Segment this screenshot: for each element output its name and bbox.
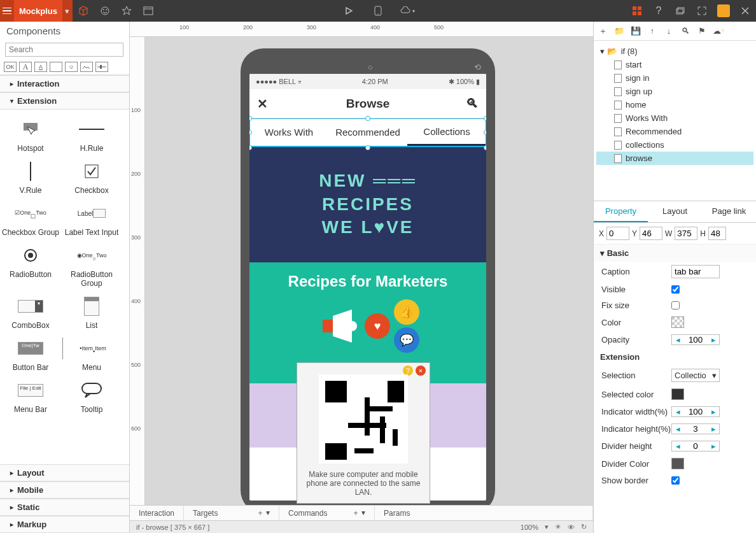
- help-icon[interactable]: ?: [648, 0, 669, 22]
- gift-icon[interactable]: [713, 0, 734, 22]
- tree-page-start[interactable]: start: [596, 58, 753, 71]
- smile-icon[interactable]: [94, 0, 116, 22]
- ruler-vertical[interactable]: 100200300400500600: [130, 37, 145, 505]
- comp-combobox[interactable]: ▾ComboBox: [0, 292, 61, 334]
- btm-targets[interactable]: Targets＋ ▾: [184, 506, 279, 520]
- comp-tooltip[interactable]: Tooltip: [61, 376, 122, 418]
- indicator-width-stepper[interactable]: ◂▸: [671, 406, 720, 417]
- brightness-icon[interactable]: ☀: [555, 523, 561, 531]
- section-extension[interactable]: Extension: [594, 348, 756, 366]
- color-swatch[interactable]: [671, 316, 684, 328]
- btm-params[interactable]: Params: [375, 506, 593, 520]
- window-icon[interactable]: [137, 0, 159, 22]
- flag-icon[interactable]: ⚑: [697, 26, 707, 36]
- comp-checkbox-group[interactable]: ☑ One☐ TwoCheckbox Group: [0, 199, 61, 241]
- text-a-icon[interactable]: A: [19, 62, 32, 72]
- play-icon[interactable]: [338, 0, 360, 22]
- tree-page-signin[interactable]: sign in: [596, 71, 753, 85]
- tree-page-collections[interactable]: collections: [596, 138, 753, 152]
- smile-box-icon[interactable]: ☺: [65, 62, 78, 72]
- fullscreen-icon[interactable]: [691, 0, 713, 22]
- cloud-icon[interactable]: ▾: [396, 0, 418, 22]
- comp-list[interactable]: List: [61, 292, 122, 334]
- comp-hrule[interactable]: H.Rule: [61, 115, 122, 157]
- tab-collections[interactable]: Collections: [407, 118, 486, 146]
- showborder-checkbox[interactable]: [671, 476, 680, 485]
- comp-button-bar[interactable]: One|TwButton Bar: [0, 334, 61, 376]
- search-input[interactable]: [5, 43, 123, 57]
- rect-icon[interactable]: [50, 62, 62, 72]
- cat-static[interactable]: Static: [0, 499, 129, 516]
- reset-icon[interactable]: ↻: [581, 523, 587, 531]
- comp-checkbox[interactable]: Checkbox: [61, 157, 122, 199]
- comp-vrule[interactable]: V.Rule: [0, 157, 61, 199]
- eye-icon[interactable]: 👁: [568, 523, 575, 531]
- tree-page-home[interactable]: home: [596, 98, 753, 111]
- cat-markup[interactable]: Markup: [0, 516, 129, 533]
- comp-label-text-input[interactable]: Label Label Text Input: [61, 199, 122, 241]
- selection-handle[interactable]: [484, 116, 486, 121]
- coord-w[interactable]: [675, 227, 697, 240]
- folder-icon[interactable]: 📁: [614, 26, 624, 36]
- tab-property[interactable]: Property: [594, 201, 648, 222]
- star-icon[interactable]: [116, 0, 137, 22]
- caption-input[interactable]: [671, 265, 720, 278]
- qr-close-icon[interactable]: ×: [416, 366, 426, 376]
- tab-works-with[interactable]: Works With: [249, 118, 328, 146]
- slider-box-icon[interactable]: [95, 62, 108, 72]
- tab-bar-component[interactable]: Works With Recommended Collections: [249, 118, 486, 146]
- tree-page-recommended[interactable]: Recommended: [596, 125, 753, 138]
- up-icon[interactable]: ↑: [647, 26, 657, 36]
- save-icon[interactable]: 💾: [631, 26, 641, 36]
- comp-radiobutton-group[interactable]: ◉ One○ TwoRadioButton Group: [61, 241, 122, 292]
- ok-badge-icon[interactable]: OK: [4, 62, 17, 72]
- selection-handle[interactable]: [484, 145, 486, 150]
- fixsize-checkbox[interactable]: [671, 301, 680, 309]
- selcolor-swatch[interactable]: [671, 388, 684, 400]
- device-icon[interactable]: [367, 0, 389, 22]
- tree-page-signup[interactable]: sign up: [596, 85, 753, 98]
- coord-y[interactable]: [640, 227, 662, 240]
- coord-h[interactable]: [708, 227, 726, 240]
- tab-recommended[interactable]: Recommended: [328, 118, 407, 146]
- section-basic[interactable]: ▾ Basic: [594, 245, 756, 262]
- close-icon[interactable]: [734, 0, 756, 22]
- zoom-value[interactable]: 100%: [521, 523, 538, 531]
- btm-commands[interactable]: Commands＋ ▾: [279, 506, 375, 520]
- cat-extension[interactable]: Extension: [0, 92, 129, 110]
- cat-mobile[interactable]: Mobile: [0, 481, 129, 499]
- indicator-height-stepper[interactable]: ◂▸: [671, 423, 720, 434]
- coord-x[interactable]: [606, 227, 629, 240]
- tab-pagelink[interactable]: Page link: [702, 201, 756, 222]
- grid-icon[interactable]: [626, 0, 648, 22]
- ruler-horizontal[interactable]: 100200300400500: [130, 22, 593, 37]
- opacity-stepper[interactable]: ◂▸: [671, 334, 720, 345]
- add-page-icon[interactable]: ＋: [598, 26, 608, 36]
- divcolor-swatch[interactable]: [671, 458, 684, 469]
- selection-handle[interactable]: [484, 130, 486, 135]
- brand-dropdown[interactable]: ▾: [62, 0, 73, 22]
- divider-height-stepper[interactable]: ◂▸: [671, 441, 720, 451]
- selection-handle[interactable]: [365, 116, 370, 121]
- restore-icon[interactable]: [669, 0, 691, 22]
- tab-layout[interactable]: Layout: [648, 201, 702, 222]
- cube-icon[interactable]: [73, 0, 94, 22]
- comp-menu-bar[interactable]: File | EditMenu Bar: [0, 376, 61, 418]
- tree-page-browse[interactable]: browse: [596, 152, 753, 165]
- visible-checkbox[interactable]: [671, 285, 680, 294]
- comp-radiobutton[interactable]: RadioButton: [0, 241, 61, 292]
- rotate-icon[interactable]: ⟲: [474, 62, 481, 72]
- tree-root[interactable]: ▾ 📂 if (8): [596, 45, 753, 58]
- tree-page-workswith[interactable]: Works With: [596, 111, 753, 125]
- underline-a-icon[interactable]: A: [34, 62, 47, 72]
- comp-hotspot[interactable]: Hotspot: [0, 115, 61, 157]
- search-pages-icon[interactable]: 🔍︎: [680, 26, 690, 36]
- search-icon[interactable]: 🔍︎: [466, 96, 479, 111]
- comp-menu[interactable]: • Item• ItemMenu: [61, 334, 122, 376]
- cat-layout[interactable]: Layout: [0, 464, 129, 481]
- btm-interaction[interactable]: Interaction: [130, 506, 184, 520]
- image-box-icon[interactable]: [80, 62, 93, 72]
- hero-new-recipes[interactable]: NEW ═══RECIPESWE L♥VE: [249, 146, 486, 262]
- hamburger-icon[interactable]: [0, 0, 14, 22]
- selection-handle[interactable]: [365, 145, 370, 150]
